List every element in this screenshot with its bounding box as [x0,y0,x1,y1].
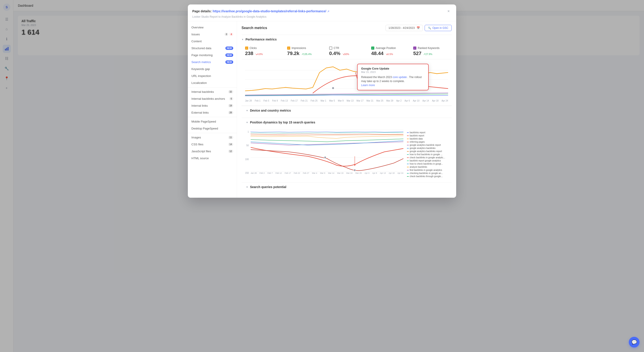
modal-subtitle: Looker Studio Report to Analyze Backlink… [192,15,452,18]
nav-item-internal-links[interactable]: Internal links19 [188,102,237,109]
open-gsc-button[interactable]: 🔍 Open in GSC [425,25,452,31]
nav-badge-structured-data: NEW [226,46,233,50]
performance-title: Performance metrics [246,38,276,41]
search-metrics-panel: Search metrics 1/28/2023 - 4/24/2023 📅 🔍… [237,21,456,198]
legend-item: check backlinks through google... [407,175,452,178]
nav-item-internal-backlinks-anchors[interactable]: Internal backlinks anchors6 [188,95,237,102]
nav-item-label-mobile-pagespeed: Mobile PageSpeed [192,120,233,123]
nav-item-search-metrics[interactable]: Search metricsNEW [188,58,237,66]
performance-chevron-icon: ▼ [242,38,244,41]
open-gsc-label: Open in GSC [432,26,448,30]
modal-url-link[interactable]: https://ivanhoe.pro/google-data-studio-t… [213,10,326,13]
legend-color-dot [407,176,409,177]
nav-badge-search-metrics: NEW [226,60,233,64]
nav-item-label-url-inspection: URL inspection [192,74,233,78]
legend-item: backlinks report [407,131,452,134]
legend-item: check backlinks in google analytic... [407,156,452,159]
nav-item-images[interactable]: Images11 [188,134,237,141]
metric-value-ctr: 0.4% [329,50,340,56]
legend-color-dot [407,148,409,148]
tooltip-body: Released the March 2023 core update . Th… [361,75,425,87]
nav-badge-images: 11 [228,136,233,139]
search-icon: 🔍 [428,26,431,30]
core-update-tooltip: Google Core Update Mar 15, 2023 Released… [357,64,429,90]
legend-color-dot [407,164,409,164]
legend-label: google analytics backlink report [410,144,441,146]
nav-item-localization[interactable]: Localization [188,80,237,86]
metric-checkbox-clicks: ✓ [245,46,248,50]
nav-item-page-monitoring[interactable]: Page monitoringNEW [188,52,237,58]
position-chevron-icon: ▼ [246,121,248,124]
nav-item-url-inspection[interactable]: URL inspection [188,72,237,80]
metric-change-clicks: ↘4.8% [255,53,263,56]
device-chevron-icon: ▼ [246,109,248,112]
metric-checkbox-impressions: ✓ [287,46,290,50]
performance-section-header[interactable]: ▼ Performance metrics [242,35,452,41]
panel-header: Search metrics 1/28/2023 - 4/24/2023 📅 🔍… [242,25,452,31]
nav-item-label-internal-backlinks: Internal backlinks [192,90,228,94]
position-section-header[interactable]: ▼ Position dynamics by top 15 search que… [242,118,452,127]
legend-item: analyze backlinks [407,166,452,168]
nav-item-html-source[interactable]: HTML source [188,155,237,162]
legend-label: google analytics backlinks report [410,150,442,152]
modal-title-prefix: Page details: [192,10,212,13]
nav-item-external-links[interactable]: External links28 [188,109,237,116]
modal-body: OverviewIssues04ContentStructured dataNE… [188,21,456,198]
position-chart: 1 50 100 150 [245,130,404,179]
legend-label: backlink data [410,138,422,140]
learn-more-link[interactable]: Learn more [361,84,375,87]
device-section-header[interactable]: ▼ Device and country metrics [242,106,452,115]
legend-item: backlink data [407,138,452,140]
modal-title: Page details: https://ivanhoe.pro/google… [192,9,330,13]
metric-label-avg-position: ✓ Average Position [371,46,406,50]
metric-checkbox-avg-position: ✓ [371,46,374,50]
external-link-icon: ↗ [327,10,330,13]
legend-label: analyze backlinks [410,166,427,168]
nav-item-mobile-pagespeed[interactable]: Mobile PageSpeed [188,118,237,125]
modal-nav: OverviewIssues04ContentStructured dataNE… [188,21,237,198]
legend-label: check backlinks in google analytic... [410,156,445,159]
nav-item-structured-data[interactable]: Structured dataNEW [188,45,237,52]
nav-item-label-localization: Localization [192,81,233,84]
legend-label: google analytics backlinks [410,147,436,150]
nav-item-desktop-pagespeed[interactable]: Desktop PageSpeed [188,125,237,132]
chat-icon: 💬 [632,340,637,345]
legend-color-dot [407,158,409,158]
legend-item: google analytics backlinks [407,147,452,150]
queries-section-header[interactable]: ▼ Search queries potential [242,182,452,192]
panel-title: Search metrics [242,26,267,30]
nav-item-overview[interactable]: Overview [188,24,237,31]
legend-color-dot [407,170,409,170]
legend-color-dot [407,136,409,136]
metric-value-impressions: 79.2k [287,50,300,56]
chat-button[interactable]: 💬 [629,337,640,348]
nav-item-label-search-metrics: Search metrics [192,60,226,64]
modal-close-button[interactable]: × [446,8,452,14]
legend-item: referring pages [407,141,452,143]
nav-item-label-page-monitoring: Page monitoring [192,54,226,57]
modal-overlay[interactable]: Page details: https://ivanhoe.pro/google… [0,0,644,352]
nav-item-content[interactable]: Content [188,38,237,45]
legend-item: backlink report [407,134,452,137]
legend-color-dot [407,167,409,167]
nav-item-label-css-files: CSS files [192,143,228,146]
legend-item: backlink report google analytics [407,160,452,162]
metric-avg-position: ✓ Average Position 48.44 ↘6.5% [368,44,410,59]
nav-item-label-overview: Overview [192,26,233,29]
nav-item-keywords-gap[interactable]: Keywords gap [188,66,237,72]
metric-label-impressions: ✓ Impressions [287,46,322,50]
nav-item-label-desktop-pagespeed: Desktop PageSpeed [192,127,233,130]
legend-label: how to find backlinks in google ... [410,153,442,156]
nav-item-css-files[interactable]: CSS files14 [188,141,237,148]
nav-item-internal-backlinks[interactable]: Internal backlinks32 [188,88,237,95]
core-update-link[interactable]: core update [393,76,407,79]
legend-label: find backlinks in google analytics [410,169,442,171]
nav-item-label-structured-data: Structured data [192,46,226,50]
legend-label: referring pages [410,141,425,143]
nav-item-javascript-files[interactable]: JavaScript files12 [188,148,237,155]
legend-color-dot [407,154,409,155]
nav-item-issues[interactable]: Issues04 [188,31,237,38]
legend-color-dot [407,139,409,139]
date-range-button[interactable]: 1/28/2023 - 4/24/2023 📅 [386,25,422,31]
position-legend: backlinks report backlink report backlin… [407,130,452,179]
